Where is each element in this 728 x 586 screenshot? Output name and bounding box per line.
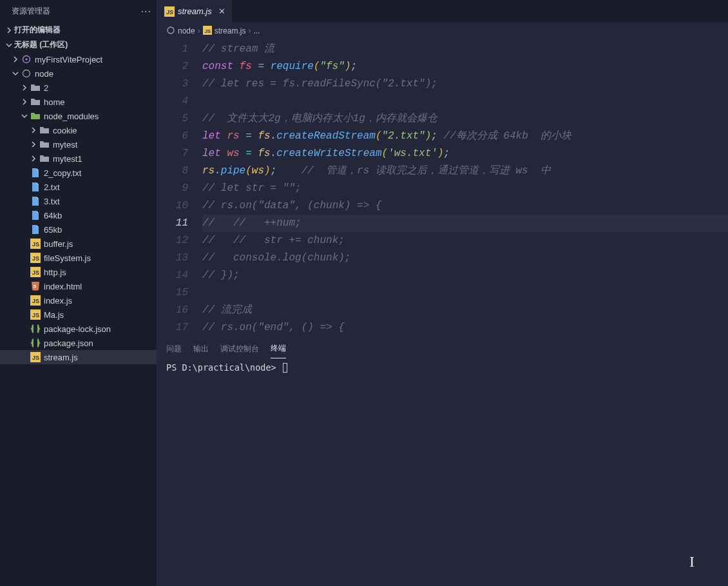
- code-line-16[interactable]: // 流完成: [202, 302, 728, 319]
- folder-green-icon: [30, 111, 41, 121]
- tree-item-label: mytest: [53, 140, 77, 150]
- code-line-14[interactable]: // });: [202, 267, 728, 284]
- code-line-18[interactable]: // console.log("流完成");: [202, 337, 728, 338]
- chevron-down-icon: [19, 113, 30, 119]
- file-index-html[interactable]: 5index.html: [0, 279, 157, 293]
- folder-mytest1[interactable]: mytest1: [0, 151, 157, 166]
- code-line-15[interactable]: [202, 284, 728, 302]
- svg-text:JS: JS: [204, 28, 211, 34]
- code-line-11[interactable]: // // ++num;: [202, 215, 728, 232]
- code-line-4[interactable]: [202, 93, 728, 110]
- file-buffer-js[interactable]: JSbuffer.js: [0, 237, 157, 251]
- tree-item-label: index.html: [44, 282, 82, 291]
- breadcrumb[interactable]: node › JS stream.js › ...: [157, 23, 728, 39]
- file-64kb[interactable]: 64kb: [0, 208, 157, 222]
- code-line-5[interactable]: // 文件太大2g，电脑内存太小1g，内存就会爆仓: [202, 110, 728, 128]
- file-package-lock-json[interactable]: package-lock.json: [0, 322, 157, 336]
- svg-text:JS: JS: [32, 298, 39, 304]
- tab-stream-js[interactable]: JS stream.js ✕: [157, 0, 233, 23]
- folder-node-modules[interactable]: node_modules: [0, 109, 157, 123]
- file-65kb[interactable]: 65kb: [0, 222, 157, 237]
- json-icon: [30, 324, 41, 334]
- code-line-10[interactable]: // rs.on("data", (chunk) => {: [202, 197, 728, 215]
- tree-item-label: mytest1: [53, 154, 82, 164]
- code-editor[interactable]: 123456789101112131415161718 // stream 流c…: [157, 39, 728, 338]
- tree-item-label: node: [35, 69, 53, 79]
- folder-cookie[interactable]: cookie: [0, 123, 157, 137]
- tree-item-label: 2_copy.txt: [44, 168, 81, 178]
- code-content[interactable]: // stream 流const fs = require("fs");// l…: [202, 39, 728, 338]
- chevron-right-icon: [4, 27, 14, 34]
- tree-item-label: http.js: [44, 268, 66, 277]
- folder-icon: [39, 153, 50, 164]
- breadcrumb-root[interactable]: node: [178, 26, 195, 35]
- folder-icon: [39, 139, 50, 150]
- terminal[interactable]: PS D:\practical\node> I: [157, 358, 728, 586]
- file-blue-icon: [30, 196, 41, 206]
- file-package-json[interactable]: package.json: [0, 336, 157, 350]
- chevron-right-icon: ›: [198, 26, 200, 35]
- file-index-js[interactable]: JSindex.js: [0, 293, 157, 308]
- svg-text:JS: JS: [32, 312, 39, 318]
- file-2-copy-txt[interactable]: 2_copy.txt: [0, 166, 157, 180]
- close-tab-icon[interactable]: ✕: [218, 6, 225, 16]
- folder-mytest[interactable]: mytest: [0, 137, 157, 151]
- svg-point-1: [26, 59, 28, 61]
- breadcrumb-file-icon: JS: [203, 26, 212, 37]
- folder-node[interactable]: node: [0, 66, 157, 81]
- code-line-1[interactable]: // stream 流: [202, 41, 728, 58]
- explorer-title: 资源管理器: [12, 6, 50, 17]
- svg-text:JS: JS: [32, 255, 39, 262]
- tab-label: stream.js: [178, 6, 212, 16]
- panel-tabs: 问题输出调试控制台终端: [157, 339, 728, 358]
- js-icon: JS: [30, 239, 41, 249]
- svg-text:JS: JS: [166, 9, 173, 15]
- folder-myfirstviteproject[interactable]: myFirstViteProject: [0, 52, 157, 66]
- file-ma-js[interactable]: JSMa.js: [0, 308, 157, 322]
- workspace-section[interactable]: 无标题 (工作区): [0, 37, 157, 52]
- js-file-icon: JS: [164, 6, 175, 17]
- chevron-down-icon: [4, 42, 14, 48]
- code-line-12[interactable]: // // str += chunk;: [202, 232, 728, 249]
- code-line-7[interactable]: let ws = fs.createWriteStream('ws.txt');: [202, 145, 728, 162]
- chevron-right-icon: [28, 141, 39, 148]
- panel-tab-2[interactable]: 调试控制台: [220, 340, 259, 358]
- tree-item-label: home: [44, 97, 65, 107]
- html-icon: 5: [30, 281, 41, 291]
- chevron-right-icon: ›: [248, 26, 251, 35]
- open-editors-section[interactable]: 打开的编辑器: [0, 23, 157, 37]
- panel-tab-1[interactable]: 输出: [193, 340, 209, 358]
- folder-icon: [30, 97, 41, 107]
- explorer-more-icon[interactable]: ···: [141, 6, 151, 17]
- code-line-3[interactable]: // let res = fs.readFileSync("2.txt");: [202, 75, 728, 93]
- tree-item-label: cookie: [53, 126, 77, 135]
- code-line-8[interactable]: rs.pipe(ws); // 管道，rs 读取完之后，通过管道，写进 ws 中: [202, 162, 728, 180]
- svg-text:JS: JS: [32, 355, 39, 361]
- folder-2[interactable]: 2: [0, 81, 157, 95]
- file-2-txt[interactable]: 2.txt: [0, 180, 157, 194]
- code-line-2[interactable]: const fs = require("fs");: [202, 58, 728, 75]
- file-http-js[interactable]: JShttp.js: [0, 265, 157, 279]
- workspace-label: 无标题 (工作区): [14, 39, 68, 50]
- panel-tab-3[interactable]: 终端: [271, 339, 286, 358]
- tree-item-label: 2: [44, 83, 48, 93]
- code-line-17[interactable]: // rs.on("end", () => {: [202, 319, 728, 337]
- code-line-13[interactable]: // console.log(chunk);: [202, 249, 728, 267]
- code-line-9[interactable]: // let str = "";: [202, 180, 728, 197]
- chevron-down-icon: [10, 70, 21, 77]
- breadcrumb-more[interactable]: ...: [253, 26, 260, 35]
- open-editors-label: 打开的编辑器: [14, 24, 61, 35]
- tree-item-label: package.json: [44, 338, 93, 348]
- code-line-6[interactable]: let rs = fs.createReadStream("2.txt"); /…: [202, 128, 728, 145]
- panel-tab-0[interactable]: 问题: [166, 340, 182, 358]
- breadcrumb-file[interactable]: stream.js: [215, 26, 246, 35]
- file-3-txt[interactable]: 3.txt: [0, 194, 157, 208]
- folder-home[interactable]: home: [0, 95, 157, 109]
- file-filesystem-js[interactable]: JSfileSystem.js: [0, 251, 157, 265]
- svg-text:JS: JS: [32, 269, 39, 276]
- tree-item-label: 65kb: [44, 225, 62, 235]
- js-icon: JS: [30, 309, 41, 320]
- tree-item-label: buffer.js: [44, 239, 73, 249]
- file-stream-js[interactable]: JSstream.js: [0, 350, 157, 364]
- bottom-panel: 问题输出调试控制台终端 PS D:\practical\node> I: [157, 338, 728, 586]
